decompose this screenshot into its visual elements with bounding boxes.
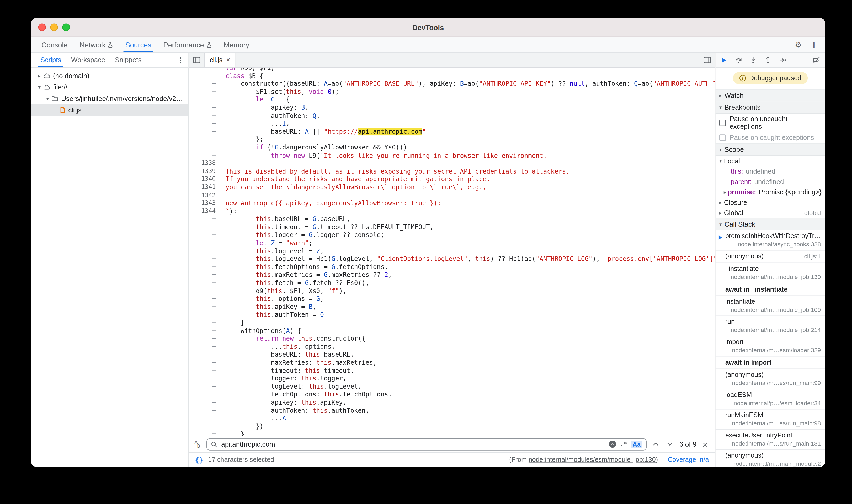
code-text[interactable]: this.baseURL = G.baseURL, — [220, 215, 351, 223]
scope-variable[interactable]: this:undefined — [715, 166, 825, 177]
line-gutter[interactable]: – — [189, 375, 220, 383]
source-link[interactable]: node:internal/modules/esm/module_job:130 — [529, 456, 656, 463]
code-text[interactable]: var Xs0, $F1, — [220, 68, 274, 72]
line-gutter[interactable]: – — [189, 96, 220, 104]
navigator-more-icon[interactable]: ⋮ — [177, 56, 184, 64]
line-gutter[interactable]: – — [189, 391, 220, 398]
code-text[interactable]: }) — [220, 422, 263, 430]
code-text[interactable]: $F1.set(this, void 0); — [220, 88, 339, 96]
line-gutter[interactable]: – — [189, 68, 220, 72]
line-gutter[interactable]: – — [189, 407, 220, 414]
code-text[interactable]: `); — [220, 208, 237, 215]
code-text[interactable]: }; — [220, 136, 263, 143]
call-stack-frame[interactable]: _instantiatenode:internal/m…module_job:1… — [715, 263, 825, 284]
checkbox[interactable] — [719, 134, 726, 141]
checkbox[interactable] — [719, 120, 726, 126]
code-text[interactable]: this._options = G, — [220, 295, 324, 303]
line-gutter[interactable]: – — [189, 311, 220, 319]
main-tab-console[interactable]: Console — [35, 37, 73, 52]
tree-item-file-[interactable]: ▾file:// — [31, 81, 189, 93]
breakpoints-section-header[interactable]: ▾ Breakpoints — [715, 102, 825, 113]
line-gutter[interactable]: 1340 — [189, 176, 220, 183]
code-text[interactable]: baseURL: A || "https://api.anthropic.com… — [220, 128, 426, 136]
line-gutter[interactable]: – — [189, 279, 220, 287]
toggle-navigator-icon[interactable] — [189, 53, 204, 67]
close-tab-icon[interactable]: × — [226, 56, 230, 64]
line-gutter[interactable]: – — [189, 319, 220, 327]
code-text[interactable] — [220, 192, 226, 199]
search-input[interactable]: api.anthropic.com × .* Aa — [207, 438, 646, 450]
code-editor[interactable]: –var Xs0, $F1,–class $B {– constructor({… — [189, 68, 715, 435]
navigator-tab-scripts[interactable]: Scripts — [35, 53, 66, 67]
code-text[interactable]: baseURL: this.baseURL, — [220, 350, 354, 358]
code-text[interactable]: if (!G.dangerouslyAllowBrowser && Ys0()) — [220, 143, 407, 151]
code-text[interactable]: let G = { — [220, 96, 290, 104]
code-text[interactable]: class $B { — [220, 72, 263, 80]
line-gutter[interactable]: – — [189, 136, 220, 143]
toggle-sources-sidebar-icon[interactable] — [699, 53, 715, 67]
window-titlebar[interactable]: DevTools — [31, 18, 825, 37]
coverage-link[interactable]: Coverage: n/a — [668, 456, 709, 463]
code-text[interactable]: If you understand the risks and have app… — [220, 176, 490, 183]
line-gutter[interactable]: 1342 — [189, 192, 220, 199]
line-gutter[interactable]: – — [189, 72, 220, 80]
line-gutter[interactable]: – — [189, 343, 220, 350]
call-stack-frame[interactable]: importnode:internal/m…esm/loader:329 — [715, 337, 825, 357]
more-options-kebab-icon[interactable]: ⋮ — [811, 41, 818, 49]
call-stack-frame[interactable]: promiseInitHookWithDestroyTr…node:intern… — [715, 231, 825, 251]
line-gutter[interactable]: – — [189, 414, 220, 422]
code-text[interactable]: you can set the \`dangerouslyAllowBrowse… — [220, 183, 486, 191]
line-gutter[interactable]: 1341 — [189, 183, 220, 191]
code-text[interactable]: this.fetchOptions = G.fetchOptions, — [220, 263, 388, 271]
line-gutter[interactable]: – — [189, 430, 220, 435]
line-gutter[interactable]: – — [189, 303, 220, 311]
code-text[interactable]: ...this._options, — [220, 343, 335, 350]
line-gutter[interactable]: – — [189, 128, 220, 136]
regex-toggle-icon[interactable]: .* — [620, 440, 627, 448]
tree-item-cli-js[interactable]: cli.js — [31, 104, 189, 116]
code-text[interactable]: This is disabled by default, as it risks… — [220, 167, 569, 176]
tree-item-users-jinhuilee-nvm-versions-node-v2-[interactable]: ▾Users/jinhuilee/.nvm/versions/node/v2… — [31, 93, 189, 104]
line-gutter[interactable]: – — [189, 383, 220, 391]
call-stack-frame[interactable]: (anonymous)node:internal/m…main_module:2 — [715, 450, 825, 467]
line-gutter[interactable]: – — [189, 231, 220, 239]
previous-match-icon[interactable] — [651, 442, 661, 446]
main-tab-performance[interactable]: Performance — [157, 37, 218, 52]
code-text[interactable]: constructor({baseURL: A=ao("ANTHROPIC_BA… — [220, 80, 715, 88]
call-stack-frame[interactable]: runMainESMnode:internal/m…es/run_main:98 — [715, 410, 825, 430]
line-gutter[interactable]: – — [189, 287, 220, 295]
zoom-window-button[interactable] — [62, 23, 70, 31]
scope-group-global[interactable]: ▸Globalglobal — [715, 208, 825, 218]
line-gutter[interactable]: – — [189, 350, 220, 358]
code-text[interactable]: ...I, — [220, 120, 290, 127]
code-text[interactable]: this.apiKey = B, — [220, 303, 316, 311]
line-gutter[interactable]: – — [189, 247, 220, 255]
line-gutter[interactable]: – — [189, 255, 220, 263]
line-gutter[interactable]: – — [189, 112, 220, 120]
settings-gear-icon[interactable]: ⚙ — [795, 40, 802, 49]
call-stack-frame[interactable]: loadESMnode:internal/p…/esm_loader:34 — [715, 389, 825, 409]
step-out-button[interactable] — [764, 56, 772, 64]
line-gutter[interactable]: – — [189, 366, 220, 375]
call-stack-frame[interactable]: (anonymous)cli.js:1 — [715, 251, 825, 263]
code-text[interactable]: return new this.constructor({ — [220, 335, 366, 343]
deactivate-breakpoints-button[interactable] — [813, 56, 820, 64]
line-gutter[interactable]: – — [189, 215, 220, 223]
call-stack-frame[interactable]: instantiatenode:internal/m…module_job:10… — [715, 296, 825, 316]
code-text[interactable]: authToken: this.authToken, — [220, 407, 369, 414]
pretty-print-icon[interactable]: {} — [195, 455, 203, 464]
line-gutter[interactable]: – — [189, 120, 220, 127]
main-tab-network[interactable]: Network — [73, 37, 119, 52]
code-text[interactable]: withOptions(A) { — [220, 327, 301, 335]
code-text[interactable]: this.authToken = Q — [220, 311, 324, 319]
code-text[interactable]: throw new L9(`It looks like you're runni… — [220, 151, 547, 159]
code-text[interactable]: this.logLevel = Hc1(G.logLevel, "ClientO… — [220, 255, 715, 263]
close-search-icon[interactable]: × — [701, 440, 710, 448]
close-window-button[interactable] — [38, 23, 46, 31]
scope-section-header[interactable]: ▾ Scope — [715, 143, 825, 156]
call-stack-section-header[interactable]: ▾ Call Stack — [715, 218, 825, 231]
line-gutter[interactable]: – — [189, 143, 220, 151]
code-text[interactable]: apiKey: B, — [220, 104, 309, 112]
line-gutter[interactable]: – — [189, 422, 220, 430]
line-gutter[interactable]: – — [189, 80, 220, 88]
